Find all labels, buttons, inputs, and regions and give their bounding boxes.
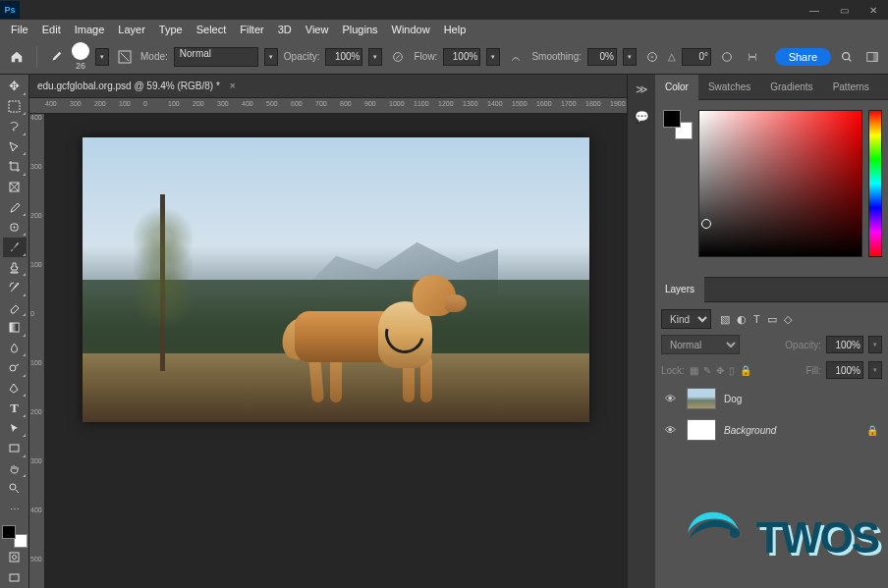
layer-item-dog[interactable]: 👁 Dog: [661, 385, 882, 412]
filter-shape-icon[interactable]: ▭: [767, 313, 777, 326]
window-maximize[interactable]: ▭: [829, 0, 859, 20]
menu-file[interactable]: File: [4, 20, 35, 39]
tab-color[interactable]: Color: [655, 75, 698, 100]
lock-trans-icon[interactable]: ▦: [690, 365, 698, 376]
visibility-toggle-icon[interactable]: 👁: [665, 424, 681, 436]
smoothing-options-icon[interactable]: [642, 47, 662, 67]
workspace-icon[interactable]: [862, 47, 882, 67]
lock-pos-icon[interactable]: ✥: [716, 365, 724, 376]
brush-tool[interactable]: [3, 238, 27, 257]
type-tool[interactable]: T: [3, 399, 27, 418]
ruler-horizontal[interactable]: 4003002001000100200300400500600700800900…: [29, 98, 627, 114]
menu-select[interactable]: Select: [190, 20, 234, 39]
menu-view[interactable]: View: [299, 20, 336, 39]
dodge-tool[interactable]: [3, 358, 27, 378]
panel-fg-swatch[interactable]: [663, 110, 681, 128]
menu-filter[interactable]: Filter: [233, 20, 270, 39]
eraser-tool[interactable]: [3, 298, 27, 318]
foreground-color-swatch[interactable]: [2, 525, 16, 539]
crop-tool[interactable]: [3, 157, 27, 177]
document-canvas[interactable]: [83, 137, 589, 422]
history-brush-tool[interactable]: [3, 278, 27, 297]
brush-picker-chevron-icon[interactable]: ▾: [95, 48, 109, 66]
lock-nest-icon[interactable]: ▯: [729, 365, 735, 376]
collapse-panel-icon[interactable]: ≫: [632, 80, 651, 98]
hand-tool[interactable]: [3, 459, 27, 479]
flow-chevron-icon[interactable]: ▾: [486, 48, 500, 66]
frame-tool[interactable]: [3, 178, 27, 197]
filter-adjust-icon[interactable]: ◐: [737, 313, 747, 326]
color-panel-swatch[interactable]: [663, 110, 693, 139]
lock-icon[interactable]: 🔒: [866, 425, 878, 436]
screenmode-toggle[interactable]: [3, 568, 27, 588]
home-button[interactable]: [6, 46, 28, 68]
visibility-toggle-icon[interactable]: 👁: [665, 393, 681, 404]
tab-gradients[interactable]: Gradients: [760, 75, 822, 100]
smoothing-chevron-icon[interactable]: ▾: [623, 48, 637, 66]
menu-help[interactable]: Help: [437, 20, 473, 39]
lock-paint-icon[interactable]: ✎: [703, 365, 711, 376]
layer-opacity-chevron-icon[interactable]: ▾: [868, 336, 882, 353]
fill-input[interactable]: [826, 361, 863, 379]
symmetry-icon[interactable]: [743, 47, 762, 67]
layer-name[interactable]: Dog: [724, 394, 878, 404]
layer-blend-select[interactable]: Normal: [661, 335, 740, 354]
layer-name[interactable]: Background: [724, 425, 866, 436]
fill-chevron-icon[interactable]: ▾: [868, 361, 882, 379]
lasso-tool[interactable]: [3, 117, 27, 136]
filter-type-icon[interactable]: T: [753, 313, 760, 326]
tab-patterns[interactable]: Patterns: [823, 75, 879, 100]
menu-type[interactable]: Type: [152, 20, 190, 39]
layer-thumb-bg[interactable]: [687, 419, 716, 441]
share-button[interactable]: Share: [775, 48, 831, 66]
zoom-tool[interactable]: [3, 479, 27, 499]
blend-mode-select[interactable]: Normal: [174, 47, 258, 67]
menu-plugins[interactable]: Plugins: [335, 20, 384, 39]
brush-panel-icon[interactable]: [115, 47, 135, 67]
comment-panel-icon[interactable]: 💬: [632, 108, 651, 126]
menu-edit[interactable]: Edit: [35, 20, 68, 39]
stamp-tool[interactable]: [3, 258, 27, 278]
brush-tool-icon[interactable]: [46, 47, 66, 67]
menu-window[interactable]: Window: [385, 20, 437, 39]
background-color-swatch[interactable]: [14, 534, 28, 548]
menu-3d[interactable]: 3D: [271, 20, 299, 39]
opacity-chevron-icon[interactable]: ▾: [368, 48, 382, 66]
smoothing-input[interactable]: [587, 48, 617, 66]
angle-input[interactable]: [682, 48, 711, 66]
search-icon[interactable]: [837, 47, 857, 67]
close-tab-icon[interactable]: ×: [230, 80, 236, 91]
airbrush-icon[interactable]: [506, 47, 526, 67]
gradient-tool[interactable]: [3, 318, 27, 338]
lock-all-icon[interactable]: 🔒: [740, 365, 751, 376]
tab-layers[interactable]: Layers: [655, 277, 704, 302]
window-minimize[interactable]: —: [800, 0, 829, 20]
pressure-opacity-icon[interactable]: [388, 47, 408, 67]
menu-image[interactable]: Image: [68, 20, 112, 39]
blur-tool[interactable]: [3, 339, 27, 358]
mode-chevron-icon[interactable]: ▾: [264, 48, 278, 66]
layer-filter-kind[interactable]: Kind: [661, 309, 711, 329]
filter-smart-icon[interactable]: ◇: [784, 313, 792, 326]
move-tool[interactable]: ✥: [3, 77, 27, 96]
opacity-input[interactable]: [325, 48, 362, 66]
hue-slider[interactable]: [868, 110, 882, 257]
eyedropper-tool[interactable]: [3, 197, 27, 217]
color-swatch[interactable]: [2, 525, 28, 548]
window-close[interactable]: ✕: [859, 0, 888, 20]
filter-pixel-icon[interactable]: ▧: [720, 313, 730, 326]
layer-thumb-dog[interactable]: [687, 388, 716, 409]
pressure-size-icon[interactable]: [717, 47, 737, 67]
color-field[interactable]: [698, 110, 862, 257]
layer-opacity-input[interactable]: [826, 336, 863, 353]
edit-toolbar[interactable]: ⋯: [3, 500, 27, 519]
selection-tool[interactable]: [3, 137, 27, 157]
heal-tool[interactable]: [3, 218, 27, 238]
shape-tool[interactable]: [3, 439, 27, 458]
quickmask-toggle[interactable]: [3, 548, 27, 567]
tab-swatches[interactable]: Swatches: [698, 75, 760, 100]
path-select-tool[interactable]: [3, 419, 27, 439]
pen-tool[interactable]: [3, 379, 27, 399]
brush-preset-picker[interactable]: 26: [72, 42, 89, 71]
document-tab[interactable]: edu.gcfglobal.org.psd @ 59.4% (RGB/8) * …: [29, 75, 627, 98]
